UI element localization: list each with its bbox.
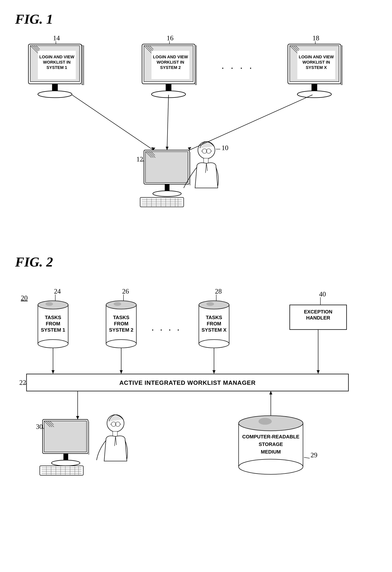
- svg-point-180: [239, 459, 303, 474]
- svg-line-185: [304, 457, 310, 458]
- svg-marker-84: [151, 147, 155, 150]
- svg-rect-149: [88, 421, 89, 455]
- svg-text:SYSTEM 1: SYSTEM 1: [41, 327, 65, 333]
- svg-text:SYSTEM 2: SYSTEM 2: [160, 65, 181, 70]
- svg-marker-136: [212, 370, 215, 374]
- svg-text:TASKS: TASKS: [45, 315, 61, 320]
- fig1-diagram: LOGIN AND VIEW WORKLIST IN SYSTEM 1 14: [15, 29, 377, 285]
- svg-text:FROM: FROM: [114, 321, 129, 327]
- svg-text:29: 29: [310, 451, 317, 459]
- svg-text:LOGIN AND VIEW: LOGIN AND VIEW: [39, 54, 74, 59]
- svg-rect-54: [189, 152, 191, 185]
- svg-point-44: [297, 91, 331, 98]
- svg-text:HANDLER: HANDLER: [306, 315, 330, 321]
- svg-rect-27: [195, 46, 196, 85]
- svg-text:30: 30: [36, 423, 43, 430]
- fig2-title: FIG. 2: [15, 254, 377, 270]
- svg-marker-140: [76, 416, 79, 419]
- svg-text:ACTIVE INTEGRATED WORKLIST MAN: ACTIVE INTEGRATED WORKLIST MANAGER: [119, 379, 256, 386]
- svg-text:SYSTEM X: SYSTEM X: [306, 65, 327, 70]
- svg-marker-142: [269, 391, 272, 395]
- svg-point-112: [199, 301, 229, 309]
- svg-text:SYSTEM 1: SYSTEM 1: [47, 65, 67, 70]
- svg-text:WORKLIST IN: WORKLIST IN: [43, 60, 70, 64]
- svg-marker-138: [317, 370, 320, 374]
- svg-text:FROM: FROM: [207, 321, 221, 327]
- svg-text:22: 22: [19, 379, 26, 386]
- svg-marker-134: [120, 370, 123, 374]
- svg-text:EXCEPTION: EXCEPTION: [304, 309, 332, 315]
- svg-text:24: 24: [54, 287, 61, 295]
- svg-text:. . . .: . . . .: [151, 322, 181, 333]
- fig2-arrows: 20 TASKS FROM SYSTEM 1 24: [15, 276, 384, 569]
- svg-text:STORAGE: STORAGE: [259, 441, 283, 447]
- svg-line-83: [72, 95, 153, 150]
- svg-point-91: [38, 301, 68, 309]
- svg-text:40: 40: [319, 290, 326, 298]
- svg-point-116: [199, 340, 229, 348]
- fig1-title: FIG. 1: [15, 11, 377, 27]
- svg-text:TASKS: TASKS: [113, 315, 129, 320]
- svg-marker-132: [51, 370, 54, 374]
- svg-point-151: [51, 460, 80, 466]
- svg-text:18: 18: [312, 34, 319, 42]
- svg-text:TASKS: TASKS: [206, 315, 222, 320]
- svg-rect-42: [341, 46, 343, 85]
- svg-text:WORKLIST IN: WORKLIST IN: [302, 60, 330, 64]
- svg-point-14: [38, 91, 72, 98]
- svg-text:MEDIUM: MEDIUM: [261, 449, 281, 455]
- svg-text:LOGIN AND VIEW: LOGIN AND VIEW: [153, 54, 188, 59]
- svg-line-85: [167, 95, 168, 150]
- svg-point-102: [114, 302, 121, 306]
- svg-point-177: [259, 418, 272, 425]
- svg-text:SYSTEM X: SYSTEM X: [201, 327, 227, 333]
- svg-text:12: 12: [136, 155, 143, 163]
- svg-text:14: 14: [53, 34, 60, 42]
- svg-point-92: [46, 302, 53, 306]
- svg-line-11: [82, 84, 82, 85]
- svg-text:26: 26: [122, 287, 129, 295]
- svg-text:10: 10: [222, 144, 229, 152]
- svg-point-101: [106, 301, 136, 309]
- svg-text:SYSTEM 2: SYSTEM 2: [109, 327, 133, 333]
- svg-point-105: [106, 340, 136, 348]
- svg-text:COMPUTER-READABLE: COMPUTER-READABLE: [242, 434, 299, 440]
- svg-point-113: [206, 302, 214, 306]
- svg-rect-12: [82, 46, 84, 85]
- fig2-diagram: 20 TASKS FROM SYSTEM 1 24: [15, 276, 377, 569]
- svg-marker-86: [166, 147, 168, 150]
- svg-rect-59: [140, 197, 184, 207]
- svg-text:LOGIN AND VIEW: LOGIN AND VIEW: [299, 54, 334, 59]
- svg-text:WORKLIST IN: WORKLIST IN: [157, 60, 184, 64]
- svg-rect-154: [40, 466, 83, 475]
- svg-line-87: [189, 95, 312, 150]
- svg-point-95: [38, 340, 68, 348]
- svg-text:FROM: FROM: [46, 321, 60, 327]
- svg-text:. . . .: . . . .: [222, 60, 254, 71]
- svg-point-176: [239, 416, 303, 431]
- svg-text:16: 16: [167, 34, 173, 42]
- fig1-arrows: LOGIN AND VIEW WORKLIST IN SYSTEM 1 14: [15, 29, 384, 279]
- svg-text:28: 28: [215, 287, 222, 295]
- svg-point-56: [153, 191, 181, 196]
